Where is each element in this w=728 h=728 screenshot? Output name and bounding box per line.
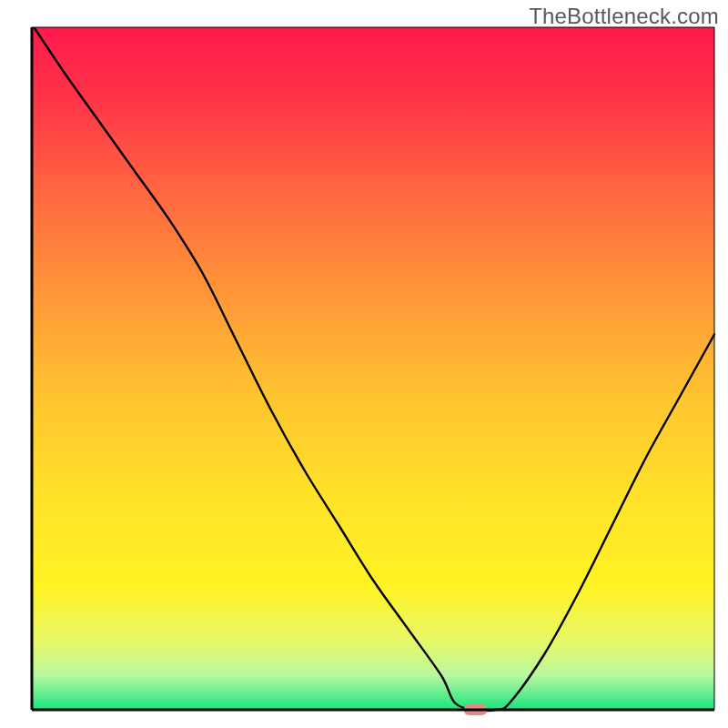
plot-background (32, 27, 714, 710)
bottleneck-chart (0, 0, 728, 728)
watermark-text: TheBottleneck.com (529, 4, 719, 29)
